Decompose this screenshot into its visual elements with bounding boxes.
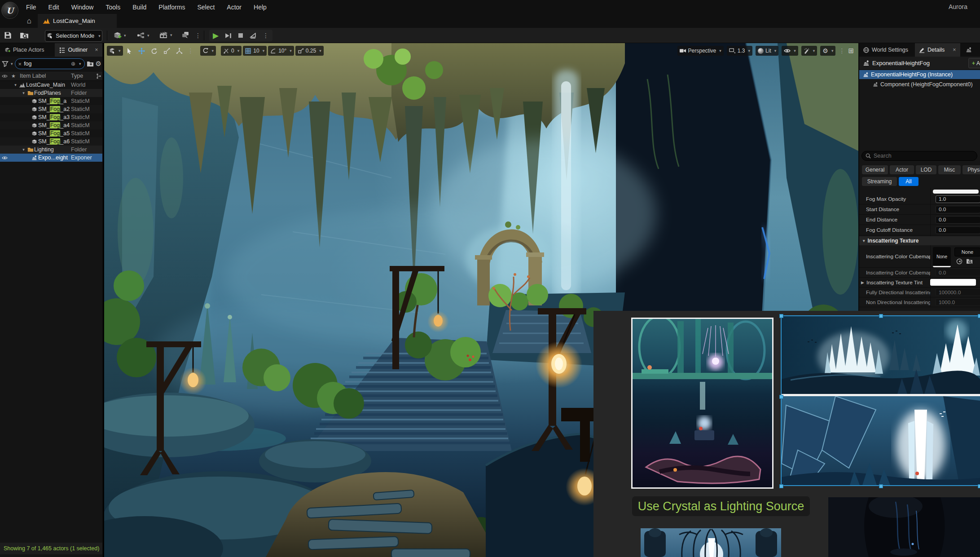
expand-arrow-icon[interactable]: ▾ xyxy=(21,147,26,152)
filter-general[interactable]: General xyxy=(862,165,888,174)
menu-platforms[interactable]: Platforms xyxy=(158,4,185,11)
non-directional-input[interactable]: 1000.0 xyxy=(936,298,980,306)
world-local-space-dropdown[interactable]: ▾ xyxy=(200,46,216,56)
toolbar-overflow-dots[interactable]: ⋮ xyxy=(195,32,201,39)
expand-arrow-icon[interactable]: ▾ xyxy=(21,91,26,95)
filter-all[interactable]: All xyxy=(899,177,918,186)
outliner-row-staticmesh[interactable]: SM_Fog_a2 StaticM xyxy=(0,105,103,113)
eye-icon[interactable] xyxy=(2,156,8,160)
rotate-tool-icon[interactable] xyxy=(149,46,160,56)
grid-snap-control[interactable]: 10 ▾ xyxy=(243,46,267,56)
selection-handle[interactable] xyxy=(779,484,783,488)
selection-handle[interactable] xyxy=(978,314,980,318)
column-type[interactable]: Type xyxy=(71,73,83,79)
viewport-settings-dropdown[interactable]: ⚙ ▾ xyxy=(820,46,835,56)
selection-handle[interactable] xyxy=(879,484,883,488)
add-actor-dropdown[interactable]: ▾ xyxy=(113,31,126,40)
end-distance-input[interactable]: 0.0 xyxy=(936,216,980,224)
texture-tint-color-swatch[interactable] xyxy=(930,279,976,286)
layers-icon[interactable] xyxy=(181,31,189,39)
fog-cutoff-distance-input[interactable]: 0.0 xyxy=(936,226,980,234)
selection-handle[interactable] xyxy=(879,314,883,318)
blueprints-dropdown[interactable]: ▾ xyxy=(137,32,149,39)
menu-tools[interactable]: Tools xyxy=(105,4,120,11)
tab-lostcave-main[interactable]: LostCave_Main xyxy=(38,14,117,28)
menu-file[interactable]: File xyxy=(26,4,36,11)
outliner-settings-gear-icon[interactable]: ⚙ xyxy=(96,60,101,68)
start-distance-input[interactable]: 0.0 xyxy=(936,206,980,213)
cinematics-dropdown[interactable]: ▾ xyxy=(159,31,172,39)
reference-image-crystal-gate[interactable] xyxy=(641,528,781,557)
selection-handle[interactable] xyxy=(779,314,783,318)
stop-icon[interactable] xyxy=(238,33,243,38)
fully-directional-input[interactable]: 100000.0 xyxy=(936,288,980,296)
play-icon[interactable]: ▶ xyxy=(213,31,219,40)
close-icon[interactable]: × xyxy=(95,47,98,53)
outliner-row-staticmesh[interactable]: SM_Fog_a6 StaticM xyxy=(0,137,103,146)
filter-lod[interactable]: LOD xyxy=(916,165,936,174)
column-item-label[interactable]: Item Label xyxy=(20,73,103,79)
hierarchy-sort-icon[interactable] xyxy=(96,73,101,79)
search-input[interactable]: × fog ⊕ ▾ xyxy=(15,58,85,69)
outliner-row-world[interactable]: ▾ LostCave_Main World xyxy=(0,81,103,89)
menu-build[interactable]: Build xyxy=(132,4,146,11)
fog-max-opacity-input[interactable]: 1.0 xyxy=(936,195,980,203)
outliner-row-folder[interactable]: ▾ FodPlanes Folder xyxy=(0,89,103,97)
reference-note[interactable]: Use Crystal as Lighting Source xyxy=(632,496,810,516)
section-inscattering-texture[interactable]: ▾ Inscattering Texture xyxy=(859,236,980,245)
selection-mode-dropdown[interactable]: Selection Mode ▾ xyxy=(45,30,102,42)
expand-arrow-icon[interactable]: ▶ xyxy=(859,280,866,285)
show-flags-dropdown[interactable]: ▾ xyxy=(782,46,798,56)
home-icon[interactable]: ⌂ xyxy=(23,15,35,27)
clear-search-icon[interactable]: × xyxy=(18,61,22,67)
move-tool-icon[interactable] xyxy=(136,46,147,56)
use-selected-asset-icon[interactable] xyxy=(956,258,962,265)
reference-board[interactable]: Use Crystal as Lighting Source xyxy=(593,311,980,557)
filter-streaming[interactable]: Streaming xyxy=(862,177,897,186)
cubemap-thumbnail[interactable]: None xyxy=(933,247,951,267)
tab-outliner[interactable]: Outliner × xyxy=(55,43,102,57)
outliner-row-folder[interactable]: ▾ Lighting Folder xyxy=(0,146,103,154)
viewport-more-dots[interactable]: ⋮ xyxy=(839,47,845,54)
lit-mode-dropdown[interactable]: Lit ▾ xyxy=(756,46,778,56)
screen-percentage-dropdown[interactable]: 1.3 ▾ xyxy=(727,46,752,56)
reference-image-cave-concept-2d[interactable] xyxy=(631,318,773,489)
reference-image-dark-cave[interactable] xyxy=(828,497,980,557)
tab-place-actors[interactable]: Place Actors xyxy=(0,43,48,57)
menu-actor[interactable]: Actor xyxy=(227,4,242,11)
frame-skip-icon[interactable] xyxy=(225,33,232,39)
selection-handle[interactable] xyxy=(779,395,783,399)
outliner-row-heightfog-selected[interactable]: Expo...eight Exponer xyxy=(0,154,103,162)
tab-world-settings[interactable]: World Settings xyxy=(859,43,912,57)
component-row-heightfog[interactable]: Component (HeightFogComponent0) xyxy=(859,80,980,89)
pin-column-icon[interactable]: ★ xyxy=(9,73,18,79)
filter-physics[interactable]: Physics xyxy=(962,165,980,174)
menu-edit[interactable]: Edit xyxy=(48,4,59,11)
maximize-viewport-icon[interactable]: ⊞ xyxy=(848,47,854,55)
filter-actor[interactable]: Actor xyxy=(890,165,914,174)
visibility-column-eye-icon[interactable] xyxy=(0,74,9,78)
expand-arrow-icon[interactable]: ▾ xyxy=(13,83,18,87)
details-search-input[interactable]: Search xyxy=(861,151,977,161)
property-color-swatch-partial[interactable] xyxy=(933,190,979,194)
outliner-row-staticmesh[interactable]: SM_Fog_a3 StaticM xyxy=(0,113,103,121)
browse-asset-icon[interactable] xyxy=(966,258,973,264)
cubemap-angle-input[interactable]: 0.0 xyxy=(936,269,980,276)
tab-details[interactable]: Details × xyxy=(915,43,960,57)
close-icon[interactable]: × xyxy=(953,47,956,53)
scale-snap-control[interactable]: 0.25 ▾ xyxy=(295,46,324,56)
menu-select[interactable]: Select xyxy=(197,4,215,11)
play-options-dots[interactable]: ⋮ xyxy=(263,32,269,39)
cubemap-asset-combobox[interactable]: None xyxy=(954,248,980,256)
selection-handle[interactable] xyxy=(978,484,980,488)
component-row-instance[interactable]: ExponentialHeightFog (Instance) xyxy=(859,70,980,79)
viewport-options-dropdown[interactable]: ▾ xyxy=(107,46,123,56)
save-search-icon[interactable]: ⊕ xyxy=(71,61,75,67)
eject-possess-icon[interactable] xyxy=(250,33,256,39)
menu-help[interactable]: Help xyxy=(254,4,267,11)
add-component-button[interactable]: + Add xyxy=(968,58,980,68)
rotation-snap-control[interactable]: 10° ▾ xyxy=(268,46,294,56)
select-tool-icon[interactable] xyxy=(124,46,135,56)
reference-image-glowing-crystal[interactable] xyxy=(782,396,980,485)
scale-tool-icon[interactable] xyxy=(161,46,172,56)
